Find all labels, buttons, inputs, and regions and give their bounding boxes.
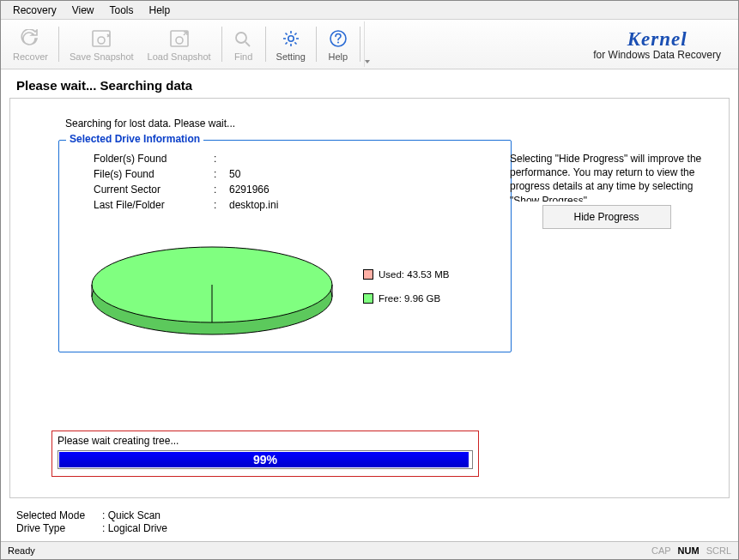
info-label: Current Sector <box>94 184 214 196</box>
save-snapshot-button[interactable]: Save Snapshot <box>63 21 141 67</box>
load-snapshot-icon <box>168 27 191 50</box>
recover-button[interactable]: Recover <box>6 21 55 67</box>
info-row: Folder(s) Found : <box>71 151 499 166</box>
brand-logo: Kernel for Windows Data Recovery <box>581 21 733 67</box>
progress-text: 99% <box>58 451 472 468</box>
toolbar-label: Help <box>329 51 348 62</box>
svg-line-13 <box>285 42 287 44</box>
toolbar-label: Setting <box>276 51 306 62</box>
footer-type-value: Logical Drive <box>108 522 167 536</box>
status-cap: CAP <box>651 545 671 556</box>
toolbar-label: Save Snapshot <box>70 51 134 62</box>
hide-progress-button[interactable]: Hide Progress <box>542 205 671 229</box>
find-button[interactable]: Find <box>226 21 262 67</box>
svg-line-10 <box>285 33 287 34</box>
recover-icon <box>19 27 41 50</box>
brand-name: Kernel <box>627 28 688 51</box>
toolbar: Recover Save Snapshot Load Snapshot Find <box>1 20 738 69</box>
save-snapshot-icon <box>90 27 112 50</box>
progress-label: Please wait creating tree... <box>58 435 473 450</box>
status-num: NUM <box>678 545 700 556</box>
progress-bar: 99% <box>58 450 473 469</box>
info-value: desktop.ini <box>229 199 384 211</box>
info-label: File(s) Found <box>94 168 214 180</box>
load-snapshot-button[interactable]: Load Snapshot <box>141 21 218 67</box>
pie-chart <box>83 235 341 338</box>
menu-help[interactable]: Help <box>142 3 178 18</box>
setting-button[interactable]: Setting <box>270 21 312 67</box>
footer-mode-value: Quick Scan <box>108 509 161 523</box>
swatch-used-icon <box>363 269 373 280</box>
info-label: Folder(s) Found <box>94 153 214 165</box>
drive-info-fieldset: Selected Drive Information Folder(s) Fou… <box>58 140 512 352</box>
footer-type-label: Drive Type <box>16 522 102 536</box>
svg-line-11 <box>294 42 296 44</box>
svg-point-4 <box>236 33 246 43</box>
info-value <box>229 153 384 165</box>
toolbar-label: Find <box>234 51 252 62</box>
toolbar-overflow[interactable] <box>364 21 371 67</box>
menu-bar: Recovery View Tools Help <box>1 1 738 20</box>
svg-point-1 <box>98 37 105 44</box>
menu-tools[interactable]: Tools <box>102 3 140 18</box>
status-bar: Ready CAP NUM SCRL <box>1 541 738 559</box>
brand-sub: for Windows Data Recovery <box>593 49 721 61</box>
progress-box: Please wait creating tree... 99% <box>51 431 479 477</box>
legend-used: Used: 43.53 MB <box>379 269 449 280</box>
info-row: File(s) Found : 50 <box>71 166 499 182</box>
hide-progress-hint: Selecting "Hide Progress" will improve t… <box>510 152 703 202</box>
svg-point-3 <box>176 37 183 44</box>
swatch-free-icon <box>363 293 373 304</box>
menu-view[interactable]: View <box>65 3 101 18</box>
pie-legend: Used: 43.53 MB Free: 9.96 GB <box>363 269 449 304</box>
help-icon <box>327 27 349 50</box>
svg-point-5 <box>288 35 294 40</box>
svg-line-12 <box>294 33 296 34</box>
info-row: Current Sector : 6291966 <box>71 182 499 197</box>
main-panel: Searching for lost data. Please wait... … <box>9 98 730 498</box>
toolbar-label: Recover <box>13 51 48 62</box>
footer-info: Selected Mode : Quick Scan Drive Type : … <box>1 507 738 541</box>
fieldset-legend: Selected Drive Information <box>66 133 203 145</box>
legend-free: Free: 9.96 GB <box>379 293 440 304</box>
page-title: Please wait... Searching data <box>1 69 738 98</box>
setting-icon <box>280 27 302 50</box>
info-value: 50 <box>229 168 384 180</box>
svg-point-15 <box>337 41 339 43</box>
status-scrl: SCRL <box>706 545 731 556</box>
footer-mode-label: Selected Mode <box>16 509 102 523</box>
info-row: Last File/Folder : desktop.ini <box>71 197 499 213</box>
search-status-text: Searching for lost data. Please wait... <box>24 107 715 135</box>
help-button[interactable]: Help <box>320 21 356 67</box>
status-ready: Ready <box>8 545 35 556</box>
toolbar-label: Load Snapshot <box>148 51 211 62</box>
info-value: 6291966 <box>229 184 384 196</box>
info-label: Last File/Folder <box>94 199 214 211</box>
menu-recovery[interactable]: Recovery <box>6 3 64 18</box>
find-icon <box>233 27 255 50</box>
